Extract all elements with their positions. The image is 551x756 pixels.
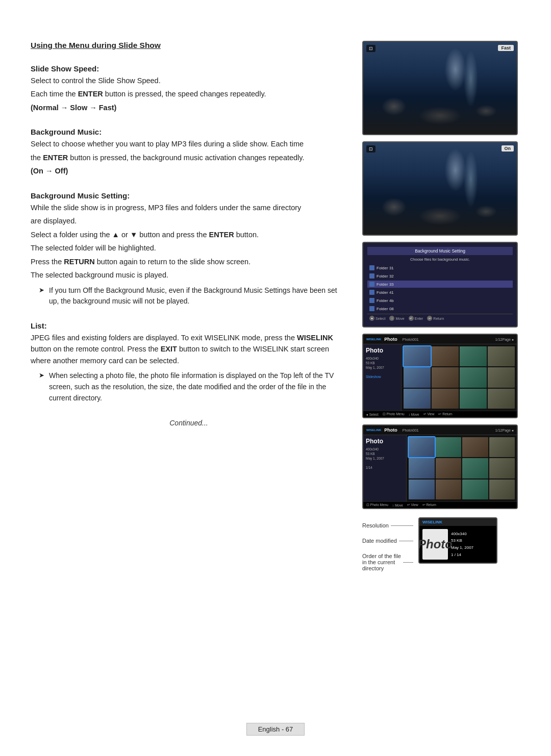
bms-menu-screen: Background Music Setting Choose files fo… — [362, 242, 518, 327]
slide-show-speed-rest: button is pressed, the speed changes rep… — [103, 90, 266, 98]
info-card-header: WISELINK — [419, 518, 496, 526]
in-current-label: in the current — [362, 559, 401, 565]
menu-bottom-bar: ● Select ↕ Move ↵ Enter ↩ Return — [367, 314, 513, 322]
photo-info-card: WISELINK Photo 400x340 53 KB May 1, 2007… — [418, 517, 497, 564]
wl-thumb-inner-s2 — [436, 437, 462, 457]
wl-thumb-s12 — [489, 480, 515, 499]
order-of-file-label: Order of the file — [362, 553, 401, 559]
wl-thumb-inner-s6 — [436, 458, 462, 478]
wl-sidebar-info-2: 400x34053 KBMay 1, 2007 1/14 — [366, 447, 404, 470]
wl-thumb-2 — [432, 346, 459, 366]
wl-thumb-inner-s7 — [462, 458, 488, 478]
folder-icon-4 — [369, 290, 374, 295]
wl-thumb-inner-s11 — [462, 480, 488, 499]
main-section-title: Using the Menu during Slide Show — [31, 41, 347, 50]
wl-thumb-s9 — [409, 480, 435, 499]
background-music-title: Background Music: — [31, 128, 347, 136]
folder-label-5: Folder 4b — [377, 298, 511, 303]
wl-sidebar-photo-title: Photo — [366, 347, 398, 354]
directory-label: directory — [362, 565, 401, 571]
screen-badge-icon-2: ⊡ — [366, 145, 375, 153]
enter-bold-3: ENTER — [209, 231, 234, 239]
wiselink-screen-1: WISELINK Photo Photo\001 1/12Page ● Phot… — [362, 334, 518, 418]
order-line — [403, 562, 413, 563]
folder-icon-1 — [369, 265, 374, 270]
slide-show-speed-each: Each time the — [31, 90, 78, 98]
bms-press-the: Press the — [31, 258, 64, 266]
bm-the: the — [31, 154, 43, 162]
wl-thumb-5 — [404, 367, 431, 387]
menu-btn-enter: ↵ Enter — [409, 316, 423, 321]
bms-line5: Press the RETURN button again to return … — [31, 256, 347, 267]
wl-thumb-9 — [404, 389, 431, 409]
wiselink-bold: WISELINK — [297, 334, 333, 342]
footer-badge: English - 67 — [246, 723, 305, 736]
order-label-col: Order of the file in the current directo… — [362, 553, 401, 571]
menu-subtitle: Choose files for background music. — [367, 257, 513, 262]
wl-body-2: Photo 400x34053 KBMay 1, 2007 1/14 — [363, 435, 517, 501]
wl-thumb-8 — [488, 367, 515, 387]
wl-thumb-inner-4 — [488, 346, 515, 366]
wl-btn-select-1: ● Select — [366, 412, 379, 416]
bms-select-pre: Select a folder using the ▲ or ▼ button … — [31, 231, 209, 239]
info-order: 1 / 14 — [451, 551, 473, 559]
wl-btn-return-1: ↩ Return — [438, 412, 452, 416]
wl-thumb-4 — [488, 346, 515, 366]
wl-grid-2 — [407, 435, 517, 501]
wl-grid-1 — [402, 344, 517, 411]
wl-thumb-inner-11 — [460, 389, 487, 409]
slide-show-speed-screen: ⊡ Fast — [362, 41, 518, 135]
wl-thumb-inner-8 — [488, 367, 515, 387]
wl-pagination-2: 1/12Page ● — [495, 429, 514, 432]
wl-path-1: Photo\001 — [403, 338, 419, 341]
slide-show-speed-title: Slide Show Speed: — [31, 64, 347, 73]
wl-thumb-s3 — [462, 437, 488, 457]
wl-btn-move-1: ↕ Move — [409, 412, 419, 416]
page: Using the Menu during Slide Show Slide S… — [0, 0, 551, 756]
list-jpeg: JPEG files and existing folders are disp… — [31, 334, 297, 342]
bms-line3: Select a folder using the ▲ or ▼ button … — [31, 229, 347, 240]
wl-btn-view-2: ↵ View — [407, 503, 418, 507]
folder-icon-3 — [369, 282, 374, 287]
wl-thumb-7 — [460, 367, 487, 387]
wiselink-screen-2: WISELINK Photo Photo\001 1/12Page ● Phot… — [362, 424, 518, 509]
wl-thumb-inner-s9 — [409, 480, 435, 499]
wl-thumb-s6 — [436, 458, 462, 478]
background-music-screen: ⊡ On — [362, 141, 518, 236]
wl-btn-photo-menu-1: ⊡ Photo Menu — [383, 412, 405, 416]
background-music-arrow: (On → Off) — [31, 165, 347, 177]
wl-thumb-s2 — [436, 437, 462, 457]
folder-label-6: Folder 08 — [377, 307, 511, 311]
menu-btn-return: ↩ Return — [427, 316, 444, 321]
enter-bold-2: ENTER — [43, 154, 68, 162]
wl-thumb-s4 — [489, 437, 515, 457]
slide-show-speed-line1: Select to control the Slide Show Speed. — [31, 75, 347, 86]
menu-row-6: Folder 08 — [367, 305, 513, 312]
wl-brand-2: WISELINK — [366, 429, 381, 432]
background-music-line1: Select to choose whether you want to pla… — [31, 138, 347, 149]
wl-thumb-inner-s1 — [409, 437, 435, 457]
wl-sidebar-2: Photo 400x34053 KBMay 1, 2007 1/14 — [363, 435, 407, 501]
return-bold: RETURN — [64, 258, 94, 266]
menu-btn-select: ● Select — [369, 316, 385, 321]
wl-thumb-inner-9 — [404, 389, 431, 409]
wl-btn-photo-menu-2: ⊡ Photo Menu — [366, 503, 388, 507]
wl-body-1: Photo 400x34053 KBMay 1, 2007 Slideshow — [363, 344, 517, 411]
date-modified-label-row: Date modified — [362, 538, 413, 544]
menu-title-bar: Background Music Setting — [367, 247, 513, 255]
wl-pagination-1: 1/12Page ● — [495, 338, 514, 341]
background-music-block: Background Music: Select to choose wheth… — [31, 128, 347, 177]
wl-thumb-inner-1 — [404, 346, 431, 366]
right-column: ⊡ Fast ⊡ On Background Music Setting Cho… — [362, 41, 520, 571]
wl-btn-return-2: ↩ Return — [422, 503, 436, 507]
wl-sidebar-slideshow: Slideshow — [366, 375, 381, 379]
waterfall-bg-2 — [363, 142, 517, 235]
info-size: 53 KB — [451, 537, 473, 544]
wl-btn-view-1: ↵ View — [423, 412, 435, 416]
wl-btn-move-2: ↕ Move — [392, 503, 403, 507]
wl-brand: WISELINK — [366, 338, 381, 341]
select-circle: ● — [369, 316, 374, 321]
enter-bold-1: ENTER — [78, 90, 103, 98]
bms-line4: The selected folder will be highlighted. — [31, 242, 347, 254]
folder-label-2: Folder 32 — [377, 274, 511, 279]
